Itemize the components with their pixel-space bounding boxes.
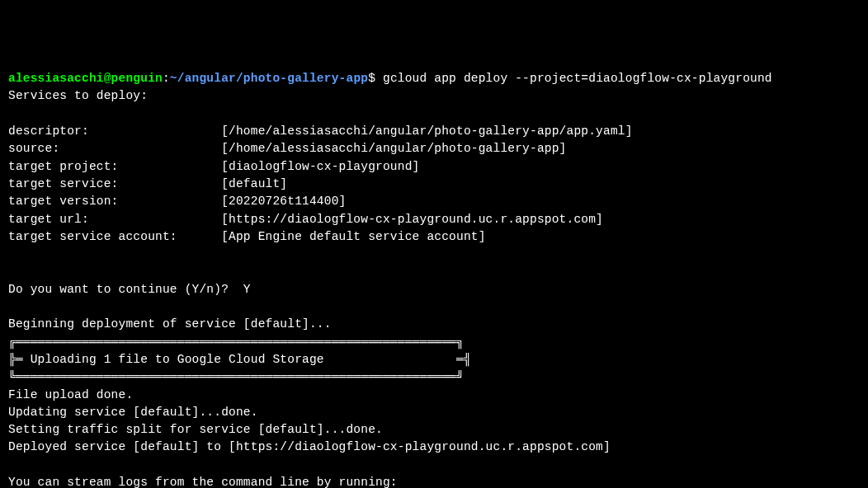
output-line: Setting traffic split for service [defau… [8, 423, 383, 436]
output-line: target service: [default] [8, 177, 287, 190]
prompt-user: alessiasacchi@penguin [8, 72, 163, 85]
output-line: target service account: [App Engine defa… [8, 230, 486, 243]
box-bot: ╚═══════════════════════════════════════… [8, 370, 464, 383]
terminal-output[interactable]: alessiasacchi@penguin:~/angular/photo-ga… [8, 70, 860, 488]
prompt-colon: : [163, 72, 170, 85]
output-line: source: [/home/alessiasacchi/angular/pho… [8, 142, 567, 155]
output-line: descriptor: [/home/alessiasacchi/angular… [8, 124, 633, 138]
output-line: Services to deploy: [8, 89, 148, 102]
output-line: target version: [20220726t114400] [8, 195, 346, 208]
output-line: Updating service [default]...done. [8, 406, 258, 419]
box-top: ╔═══════════════════════════════════════… [8, 336, 464, 349]
prompt-line: alessiasacchi@penguin:~/angular/photo-ga… [8, 72, 772, 85]
output-line: target url: [https://diaologflow-cx-play… [8, 213, 603, 226]
prompt-dollar: $ [368, 72, 375, 85]
prompt-path: ~/angular/photo-gallery-app [170, 72, 368, 85]
output-line: You can stream logs from the command lin… [8, 476, 398, 488]
output-line: Deployed service [default] to [https://d… [8, 440, 611, 453]
output-line: target project: [diaologflow-cx-playgrou… [8, 160, 419, 173]
output-line: File upload done. [8, 388, 133, 401]
box-mid: ╠═ Uploading 1 file to Google Cloud Stor… [8, 353, 471, 366]
output-line: Beginning deployment of service [default… [8, 317, 332, 331]
output-line: Do you want to continue (Y/n)? Y [8, 283, 251, 296]
command-text: gcloud app deploy --project=diaologflow-… [375, 72, 772, 85]
